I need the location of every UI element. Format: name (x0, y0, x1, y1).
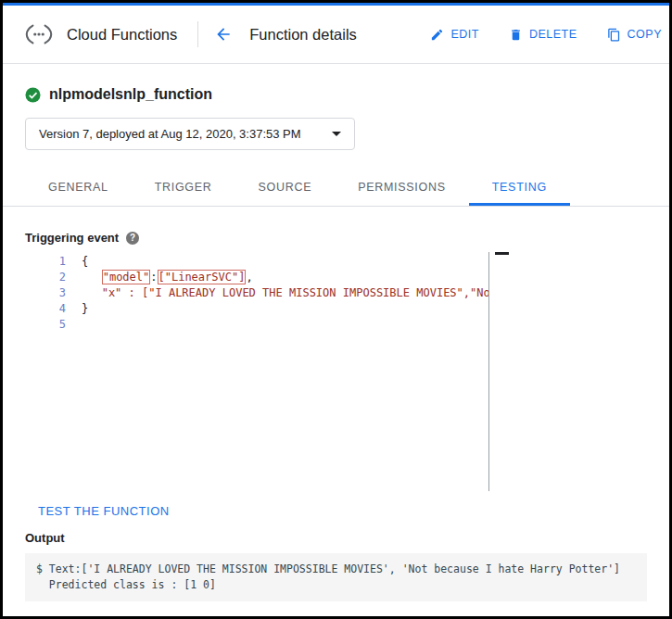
app-header: Cloud Functions Function details EDIT DE… (3, 6, 669, 64)
output-line: Predicted class is : [1 0] (36, 577, 636, 593)
page-title: Function details (249, 26, 357, 44)
cloud-functions-logo-icon (23, 22, 55, 46)
highlighted-token: ["LinearSVC"] (158, 270, 247, 284)
editor-scrollbar-thumb[interactable] (495, 252, 509, 255)
code-line: 1 { (25, 254, 488, 270)
green-check-icon (25, 87, 41, 103)
page: Cloud Functions Function details EDIT DE… (0, 0, 672, 619)
highlighted-token: "model" (102, 270, 151, 284)
help-question-icon[interactable]: ? (126, 232, 139, 245)
pencil-icon (430, 28, 444, 42)
output-label: Output (25, 531, 647, 545)
version-selector-value: Version 7, deployed at Aug 12, 2020, 3:3… (39, 127, 301, 141)
trash-icon (509, 28, 523, 42)
product-name: Cloud Functions (67, 26, 177, 44)
line-number: 2 (25, 270, 66, 285)
header-actions: EDIT DELETE COPY (430, 28, 662, 42)
line-number: 3 (25, 285, 66, 301)
code-text: { (66, 254, 88, 270)
delete-button[interactable]: DELETE (509, 28, 577, 42)
tab-permissions[interactable]: PERMISSIONS (335, 169, 469, 206)
back-arrow-icon (214, 25, 233, 44)
edit-button[interactable]: EDIT (430, 28, 478, 42)
copy-button-label: COPY (628, 28, 662, 41)
editor-right-divider (488, 252, 489, 491)
code-text: } (66, 301, 88, 317)
output-console: $ Text:['I ALREADY LOVED THE MISSION IMP… (25, 553, 647, 601)
tab-testing[interactable]: TESTING (469, 169, 570, 206)
code-text (66, 317, 82, 333)
code-text: "x" : ["I ALREADY LOVED THE MISSION IMPO… (66, 285, 488, 301)
chevron-down-icon (332, 132, 341, 136)
tab-general[interactable]: GENERAL (25, 169, 132, 206)
main-content: nlpmodelsnlp_function Version 7, deploye… (3, 86, 669, 601)
edit-button-label: EDIT (450, 28, 478, 41)
back-button[interactable] (211, 22, 235, 46)
line-number: 5 (25, 317, 66, 333)
triggering-event-editor[interactable]: 1 { 2 "model":["LinearSVC"], 3 "x" : ["I… (25, 251, 647, 495)
code-line: 5 (25, 317, 488, 333)
version-selector[interactable]: Version 7, deployed at Aug 12, 2020, 3:3… (25, 118, 355, 150)
triggering-event-label: Triggering event (25, 231, 119, 245)
test-the-function-button[interactable]: TEST THE FUNCTION (38, 504, 170, 518)
code-text: "model":["LinearSVC"], (66, 270, 253, 285)
tab-bar: GENERAL TRIGGER SOURCE PERMISSIONS TESTI… (3, 169, 669, 207)
copy-icon (607, 28, 621, 42)
tab-trigger[interactable]: TRIGGER (132, 169, 235, 206)
function-title-row: nlpmodelsnlp_function (25, 86, 647, 103)
code-line: 4 } (25, 301, 488, 317)
output-line: $ Text:['I ALREADY LOVED THE MISSION IMP… (36, 562, 636, 577)
code-line: 3 "x" : ["I ALREADY LOVED THE MISSION IM… (25, 285, 488, 301)
function-name: nlpmodelsnlp_function (49, 86, 212, 103)
code-line: 2 "model":["LinearSVC"], (25, 270, 488, 285)
tab-source[interactable]: SOURCE (235, 169, 336, 206)
copy-button[interactable]: COPY (607, 28, 662, 42)
line-number: 1 (25, 254, 66, 270)
editor-lines: 1 { 2 "model":["LinearSVC"], 3 "x" : ["I… (25, 254, 488, 333)
line-number: 4 (25, 301, 66, 317)
header-divider (197, 21, 198, 47)
delete-button-label: DELETE (529, 28, 577, 41)
triggering-event-row: Triggering event ? (25, 231, 647, 245)
